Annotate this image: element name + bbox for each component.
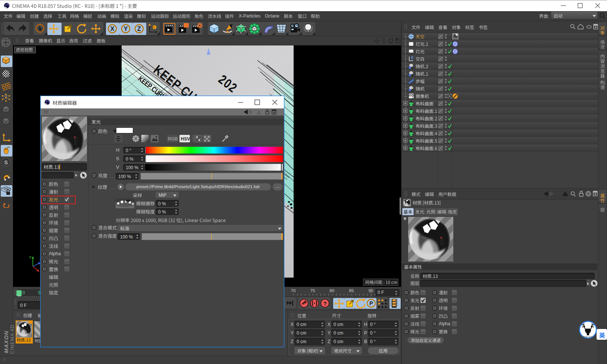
svg-text:Y: Y: [124, 26, 128, 32]
svg-text:?: ?: [323, 300, 326, 307]
svg-text:Y: Y: [29, 256, 32, 260]
svg-text:XING ZOU: XING ZOU: [583, 336, 593, 338]
svg-text:0: 0: [411, 56, 413, 60]
svg-text:HSV: HSV: [181, 136, 190, 142]
svg-text:Z: Z: [137, 26, 141, 32]
svg-text:X: X: [110, 26, 115, 32]
svg-text:RGB: RGB: [168, 136, 178, 142]
svg-text:S: S: [4, 159, 8, 165]
svg-text:P: P: [369, 300, 373, 306]
